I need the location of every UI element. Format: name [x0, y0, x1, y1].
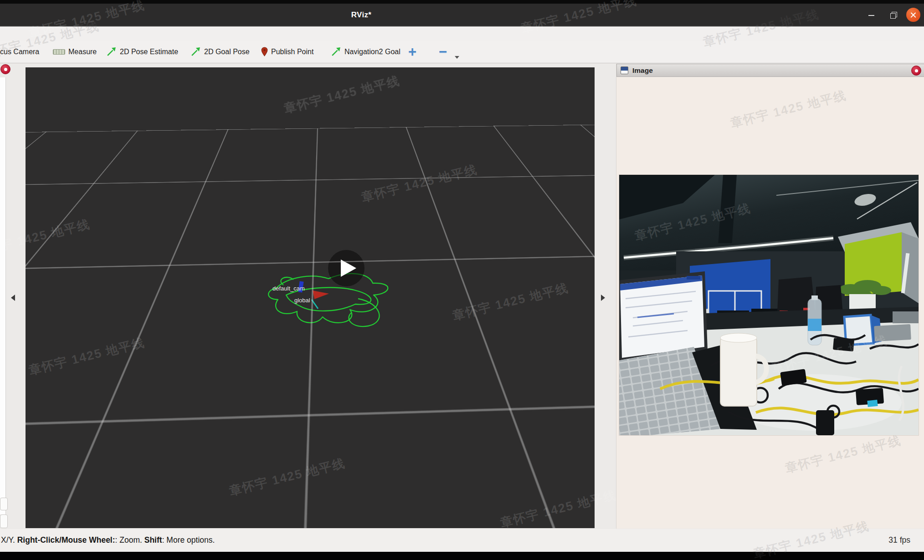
frame-label-global: global: [294, 297, 310, 304]
tool-publish-point[interactable]: Publish Point: [261, 41, 313, 63]
statusbar: X/Y. Right-Click/Mouse Wheel:: Zoom. Shi…: [0, 529, 924, 552]
toolbar: cus Camera Measure 2D Pose Estimate 2D G…: [0, 41, 924, 63]
zoom-out-button[interactable]: −: [439, 41, 447, 63]
window-title: RViz*: [351, 10, 371, 20]
image-panel: Image: [616, 64, 924, 529]
image-panel-title: Image: [632, 66, 653, 75]
camera-image: [619, 175, 919, 435]
camera-scene: [619, 175, 919, 435]
plus-icon: +: [408, 45, 416, 59]
trajectory-overlay: default_cam global: [244, 245, 408, 345]
image-panel-header[interactable]: Image: [616, 64, 924, 77]
green-arrow-icon: [106, 46, 117, 57]
green-arrow-icon: [331, 46, 341, 57]
collapsed-tab[interactable]: [0, 514, 8, 528]
restore-button[interactable]: [888, 10, 901, 20]
tool-navigation2-goal[interactable]: Navigation2 Goal: [331, 41, 400, 63]
collapse-right-arrow-icon[interactable]: [601, 295, 605, 301]
collapse-left-arrow-icon[interactable]: [11, 295, 15, 301]
minimize-button[interactable]: [865, 10, 878, 20]
tool-label: cus Camera: [0, 48, 39, 56]
red-pin-icon: [261, 47, 268, 56]
collapsed-tab[interactable]: [0, 498, 8, 510]
minus-icon: −: [439, 45, 447, 59]
image-panel-close-button[interactable]: [911, 66, 921, 76]
displays-panel-edge: [0, 77, 6, 514]
titlebar: RViz*: [0, 4, 924, 26]
robot-trajectory: [268, 274, 388, 326]
tool-2d-goal-pose[interactable]: 2D Goal Pose: [190, 41, 250, 63]
image-icon: [621, 66, 628, 74]
tool-label: Publish Point: [271, 48, 313, 56]
tf-axis-y: [312, 300, 318, 309]
ruler-icon: [53, 49, 65, 55]
tool-2d-pose-estimate[interactable]: 2D Pose Estimate: [106, 41, 178, 63]
3d-viewport[interactable]: default_cam global: [26, 67, 595, 528]
menubar: [0, 26, 924, 41]
displays-panel-close-button[interactable]: [0, 64, 10, 74]
tool-label: 2D Pose Estimate: [120, 48, 178, 56]
tool-label: Navigation2 Goal: [344, 48, 400, 56]
tf-axis-x: [313, 290, 329, 299]
chevron-down-icon[interactable]: [455, 56, 459, 59]
video-play-button[interactable]: [328, 250, 364, 286]
rviz-window: RViz* cus Camera Measure 2D Pose Estimat…: [0, 0, 924, 560]
fps-counter: 31 fps: [888, 535, 910, 545]
tool-measure[interactable]: Measure: [53, 41, 97, 63]
ground-grid: [26, 67, 595, 139]
close-button[interactable]: [906, 8, 920, 22]
status-help-text: X/Y. Right-Click/Mouse Wheel:: Zoom. Shi…: [1, 535, 215, 545]
screen-letterbox: [0, 552, 924, 560]
tool-label: 2D Goal Pose: [204, 48, 250, 56]
green-arrow-icon: [190, 46, 201, 57]
frame-label-camera: default_cam: [272, 285, 305, 292]
zoom-in-button[interactable]: +: [408, 41, 416, 63]
tool-label: Measure: [68, 48, 97, 56]
tool-focus-camera[interactable]: cus Camera: [0, 41, 39, 63]
workspace: default_cam global Image: [0, 63, 924, 529]
